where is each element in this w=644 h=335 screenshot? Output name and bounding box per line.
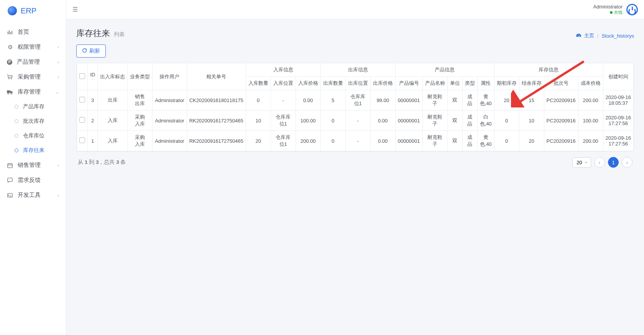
cell-in_loc: -: [271, 90, 296, 111]
cell-out_loc: -: [345, 131, 370, 151]
col-in-price[interactable]: 入库价格: [296, 77, 320, 90]
col-io-flag[interactable]: 出入库标志: [98, 63, 128, 90]
cell-in_loc: 仓库库位1: [271, 131, 296, 151]
cell-prod_code: 00000001: [395, 131, 422, 151]
user-meta[interactable]: Administrator 在线: [593, 4, 623, 15]
calendar-icon: [7, 162, 13, 168]
row-checkbox[interactable]: [79, 97, 85, 102]
breadcrumb: 主页 / Stock_historys: [576, 32, 634, 39]
page-size-select[interactable]: 20: [572, 157, 591, 168]
checkbox-all[interactable]: [79, 73, 85, 79]
page-head: 库存往来 列表 主页 / Stock_historys: [76, 28, 634, 39]
bullet-icon: [15, 149, 18, 152]
dashboard-icon: [576, 33, 581, 39]
chat-icon: [7, 177, 13, 183]
cell-attr: 黄色,40: [477, 90, 494, 111]
col-attr[interactable]: 属性: [477, 77, 494, 90]
sidebar-item-products[interactable]: P 产品管理 ‹: [0, 54, 66, 69]
cell-prod_code: 00000001: [395, 90, 422, 111]
row-checkbox[interactable]: [79, 137, 85, 143]
cell-cost_price: 100.00: [578, 111, 603, 131]
table-row[interactable]: 1入库采购入库AdministratorRK202009161727504652…: [77, 131, 634, 151]
col-cost-price[interactable]: 成本价格: [578, 77, 603, 90]
col-batch-no[interactable]: 批次号: [544, 77, 578, 90]
svg-rect-1: [9, 30, 10, 34]
cell-end_stock: 20: [519, 131, 544, 151]
table-footer: 从 1 到 3，总共 3 条 20 ‹ 1 ›: [76, 152, 634, 168]
sidebar-item-label: 采购管理: [18, 73, 41, 81]
cell-unit: 双: [447, 131, 462, 151]
sidebar-item-inventory[interactable]: 库存管理 ⌄: [0, 84, 66, 99]
power-icon[interactable]: [626, 4, 638, 15]
svg-point-7: [8, 92, 9, 94]
sidebar-item-feedback[interactable]: 需求反馈: [0, 173, 66, 188]
table-row[interactable]: 2入库采购入库AdministratorRK202009161727504651…: [77, 111, 634, 131]
bars-icon: [7, 29, 13, 35]
cell-type: 成品: [462, 111, 477, 131]
breadcrumb-home[interactable]: 主页: [584, 32, 594, 39]
cell-in_price: 100.00: [296, 111, 320, 131]
cell-batch_no: PC20200916: [544, 90, 578, 111]
sidebar-item-permissions[interactable]: ⚙ 权限管理 ‹: [0, 40, 66, 54]
breadcrumb-current[interactable]: Stock_historys: [601, 33, 634, 39]
sidebar-item-warehouse-loc[interactable]: 仓库库位: [0, 129, 66, 143]
sidebar-item-stock-history[interactable]: 库存往来: [0, 143, 66, 158]
sidebar-item-sales[interactable]: 销售管理 ‹: [0, 158, 66, 173]
cell-attr: 黄色,40: [477, 131, 494, 151]
col-in-loc[interactable]: 入库位置: [271, 77, 296, 90]
svg-rect-13: [8, 193, 13, 197]
refresh-button[interactable]: 刷新: [76, 45, 106, 58]
svg-rect-6: [7, 90, 10, 92]
page-1-button[interactable]: 1: [608, 157, 619, 168]
col-begin-stock[interactable]: 期初库存: [494, 77, 519, 90]
cell-type: 成品: [462, 90, 477, 111]
main: ☰ Administrator 在线 库存往来 列表 主页 / Stock_hi…: [66, 0, 644, 335]
page-title-wrap: 库存往来 列表: [76, 28, 125, 39]
hamburger-icon[interactable]: ☰: [72, 6, 78, 13]
sidebar-item-devtools[interactable]: 开发工具 ‹: [0, 188, 66, 203]
sidebar-item-label: 开发工具: [18, 191, 41, 199]
sidebar-sub-inventory: 产品库存 批次库存 仓库库位 库存往来: [0, 99, 66, 158]
toolbar: 刷新: [76, 45, 634, 58]
cell-cost_price: 200.00: [578, 131, 603, 151]
cell-created: 2020-09-1618:05:37: [603, 90, 634, 111]
col-group-out: 出库信息: [320, 63, 395, 77]
svg-point-5: [11, 78, 12, 79]
sidebar-item-batch-stock[interactable]: 批次库存: [0, 114, 66, 129]
col-in-qty[interactable]: 入库数量: [246, 77, 271, 90]
stock-history-table: ID ↑ 出入库标志 业务类型 操作用户 相关单号 入库信息 出库信息 产品信息…: [77, 63, 634, 151]
table-wrap: ID ↑ 出入库标志 业务类型 操作用户 相关单号 入库信息 出库信息 产品信息…: [76, 63, 634, 152]
col-out-qty[interactable]: 出库数量: [320, 77, 345, 90]
col-type[interactable]: 类型: [462, 77, 477, 90]
sidebar-item-label: 库存往来: [23, 147, 44, 154]
col-id[interactable]: ID ↑: [88, 63, 98, 90]
col-prod-name[interactable]: 产品名称: [422, 77, 447, 90]
cell-batch_no: PC20200916: [544, 111, 578, 131]
pager: 20 ‹ 1 ›: [572, 157, 632, 168]
sidebar-item-home[interactable]: 首页: [0, 25, 66, 40]
cell-in_qty: 20: [246, 131, 271, 151]
sidebar-item-label: 需求反馈: [18, 177, 41, 184]
col-out-loc[interactable]: 出库位置: [345, 77, 370, 90]
cell-prod_name: 耐克鞋子: [422, 111, 447, 131]
col-out-price[interactable]: 出库价格: [370, 77, 395, 90]
table-row[interactable]: 3出库销售出库AdministratorCK202009161801181750…: [77, 90, 634, 111]
sidebar: ERP 首页 ⚙ 权限管理 ‹ P 产品管理 ‹ 采购管理 ‹: [0, 0, 66, 335]
prev-page-button[interactable]: ‹: [594, 157, 605, 168]
col-operator[interactable]: 操作用户: [153, 63, 187, 90]
row-checkbox[interactable]: [79, 117, 85, 123]
col-prod-code[interactable]: 产品编号: [395, 77, 422, 90]
col-biz-type[interactable]: 业务类型: [128, 63, 153, 90]
next-page-button[interactable]: ›: [622, 157, 632, 168]
cell-end_stock: 15: [519, 90, 544, 111]
cell-begin_stock: 0: [494, 111, 519, 131]
col-created[interactable]: 创建时间: [603, 63, 634, 90]
sidebar-item-product-stock[interactable]: 产品库存: [0, 99, 66, 114]
content: 库存往来 列表 主页 / Stock_historys 刷新: [66, 19, 644, 335]
col-related-no[interactable]: 相关单号: [187, 63, 246, 90]
col-end-stock[interactable]: 结余库存: [519, 77, 544, 90]
sidebar-item-purchase[interactable]: 采购管理 ‹: [0, 69, 66, 84]
col-unit[interactable]: 单位: [447, 77, 462, 90]
summary: 从 1 到 3，总共 3 条: [78, 159, 126, 166]
sidebar-item-label: 销售管理: [18, 162, 41, 169]
